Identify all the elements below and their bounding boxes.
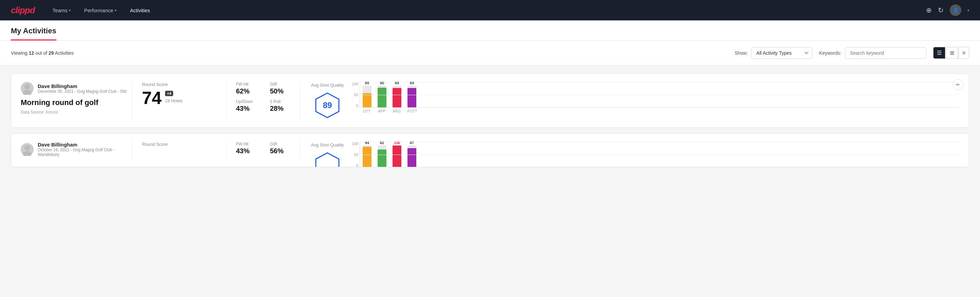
card-user-info: Dave Billingham December 05, 2021 - Gog …: [21, 82, 129, 115]
gir-stat: GIR 50%: [270, 82, 297, 95]
x-label-arg: ARG: [392, 109, 401, 113]
fw-hit-value: 62%: [236, 87, 263, 95]
gir-value: 50%: [270, 87, 297, 95]
avatar: [21, 143, 33, 156]
nav-teams-label: Teams: [52, 8, 68, 13]
fw-hit-label: FW Hit: [236, 82, 263, 87]
show-label: Show:: [735, 50, 748, 56]
activity-card: ✏ Dave Billingham December 05, 2021 - Go…: [11, 73, 969, 128]
user-date: December 05, 2021 - Gog Magog Golf Club …: [38, 89, 126, 94]
fw-hit-stat: FW Hit 43%: [236, 142, 263, 155]
divider: [132, 82, 132, 119]
filter-bar: Viewing 12 out of 29 Activities Show: Al…: [0, 41, 980, 65]
user-name: Dave Billingham: [38, 83, 126, 89]
avatar-chevron-icon[interactable]: ▾: [967, 8, 969, 12]
activity-title: Morning round of golf: [21, 98, 129, 107]
updown-value: 43%: [236, 105, 263, 112]
grid-view-button[interactable]: ⊞: [946, 47, 958, 59]
gir-label: GIR: [270, 82, 297, 87]
bar-putt: 89: [407, 81, 416, 107]
divider: [132, 142, 132, 159]
round-score-label: Round Score: [142, 82, 223, 87]
avatar-icon: 👤: [953, 8, 959, 13]
divider: [300, 82, 300, 119]
chevron-down-icon: ▾: [69, 8, 71, 12]
bar-app: 90: [378, 81, 387, 107]
view-toggle-buttons: ☰ ⊞ ≡: [933, 47, 969, 59]
nav-performance-label: Performance: [84, 8, 113, 13]
updown-stat: Up/Down 43%: [236, 99, 263, 112]
keywords-filter-group: Keywords:: [819, 47, 926, 59]
viewing-text: Viewing 12 out of 29 Activities: [11, 50, 728, 56]
svg-point-3: [24, 145, 30, 150]
divider: [226, 142, 226, 159]
avatar: [21, 82, 33, 95]
gir-value: 56%: [270, 147, 297, 155]
compact-view-button[interactable]: ≡: [959, 47, 969, 59]
x-label-app: APP: [377, 109, 386, 113]
bar-ott-value: 85: [365, 81, 369, 85]
svg-point-4: [23, 151, 32, 156]
round-score-label: Round Score: [142, 142, 223, 147]
user-details: Dave Billingham October 16, 2021 - Gog M…: [38, 142, 129, 157]
list-view-button[interactable]: ☰: [933, 47, 945, 59]
nav-activities[interactable]: Activities: [129, 0, 151, 21]
activity-type-select[interactable]: All Activity Types: [751, 47, 812, 59]
one-putt-value: 28%: [270, 105, 297, 112]
bar-putt-value2: 87: [410, 141, 414, 145]
gir-label: GIR: [270, 142, 297, 147]
bar-ott-value2: 94: [365, 141, 369, 145]
refresh-icon[interactable]: ↻: [938, 6, 943, 14]
bar-putt-value: 89: [410, 81, 414, 85]
user-avatar-nav[interactable]: 👤: [950, 5, 961, 16]
hexagon-shape: [314, 152, 341, 168]
nav-activities-label: Activities: [130, 8, 150, 13]
page-title: My Activities: [11, 27, 56, 40]
bar-app: 82: [378, 141, 387, 167]
page-header: My Activities: [0, 21, 980, 41]
bar-app-value: 90: [380, 81, 384, 85]
chevron-down-icon: ▾: [115, 8, 116, 12]
holes-text: 18 Holes: [165, 98, 182, 103]
hexagon-shape: 89: [314, 92, 341, 119]
user-row: Dave Billingham December 05, 2021 - Gog …: [21, 82, 129, 95]
viewing-total: 29: [49, 50, 54, 56]
avg-sq-label: Avg Shot Quality: [311, 83, 344, 88]
bar-app-value2: 82: [380, 141, 384, 145]
fw-hit-label: FW Hit: [236, 142, 263, 147]
user-name: Dave Billingham: [38, 142, 129, 147]
nav-performance[interactable]: Performance ▾: [83, 0, 118, 21]
bar-chart: 100 50 0 94: [352, 142, 959, 167]
bar-arg: 106: [393, 141, 401, 167]
gir-stat: GIR 56%: [270, 142, 297, 155]
divider: [226, 82, 226, 119]
x-label-putt: PUTT: [407, 109, 417, 113]
fw-hit-value: 43%: [236, 147, 263, 155]
one-putt-stat: 1 Putt 28%: [270, 99, 297, 112]
search-input[interactable]: [845, 47, 926, 59]
y-axis-labels: 100 50 0: [352, 142, 358, 167]
shot-stats-grid: FW Hit 62% GIR 50% Up/Down 43% 1 Putt 28…: [229, 82, 297, 112]
nav-teams[interactable]: Teams ▾: [51, 0, 72, 21]
divider: [300, 142, 300, 159]
svg-point-1: [23, 90, 32, 95]
avg-sq-label: Avg Shot Quality: [311, 142, 344, 147]
card-user-info: Dave Billingham October 16, 2021 - Gog M…: [21, 142, 129, 160]
one-putt-label: 1 Putt: [270, 99, 297, 104]
bar-ott: 85: [363, 81, 371, 107]
nav-right-actions: ⊕ ↻ 👤 ▾: [926, 5, 969, 16]
shot-stats-grid: FW Hit 43% GIR 56%: [229, 142, 297, 155]
logo: clippd: [11, 5, 35, 16]
shot-quality-section: Avg Shot Quality 100 50 0: [303, 142, 959, 167]
shot-quality-section: Avg Shot Quality 89 100 50 0: [303, 82, 959, 119]
user-details: Dave Billingham December 05, 2021 - Gog …: [38, 83, 126, 94]
bar-ott: 94: [363, 141, 371, 167]
add-icon[interactable]: ⊕: [926, 6, 932, 14]
bar-chart: 100 50 0 85: [352, 82, 959, 119]
navbar: clippd Teams ▾ Performance ▾ Activities …: [0, 0, 980, 21]
svg-point-0: [24, 84, 30, 89]
round-score-row: 74 +4 18 Holes: [142, 89, 223, 107]
data-source: Data Source: Arccos: [21, 110, 129, 115]
activity-card: Dave Billingham October 16, 2021 - Gog M…: [11, 133, 969, 167]
bar-putt: 87: [407, 141, 416, 167]
